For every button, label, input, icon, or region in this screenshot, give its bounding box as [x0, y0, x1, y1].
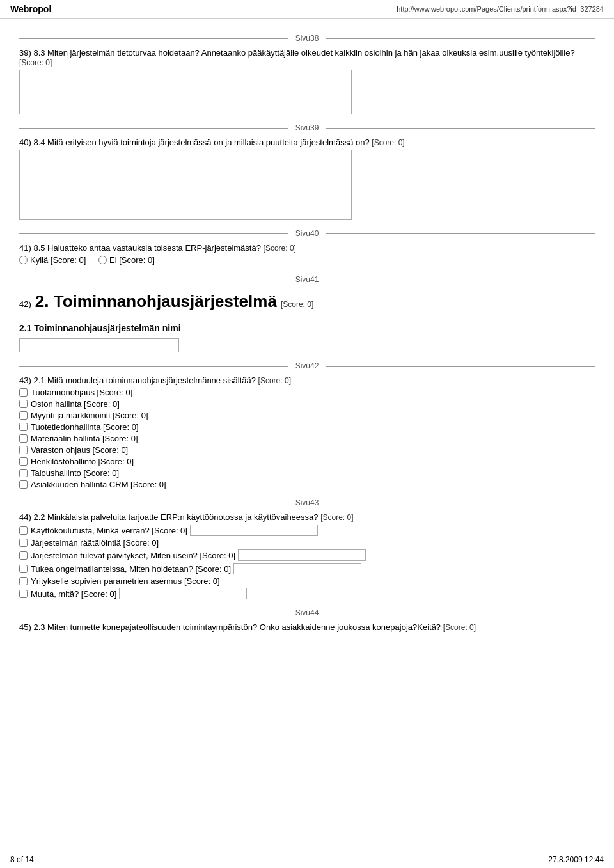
divider-line-right-42: [326, 366, 595, 367]
checkbox-oston-hallinta-label: Oston hallinta [Score: 0]: [31, 399, 120, 409]
question-39-score: [Score: 0]: [19, 58, 52, 67]
checkbox-paivitykset-text[interactable]: [238, 549, 366, 561]
page-label-sivu38: Sivu38: [288, 34, 327, 43]
question-43-score: [Score: 0]: [258, 376, 291, 385]
checkbox-kayttokoulutusta-input[interactable]: [19, 526, 28, 535]
question-43: 43) 2.1 Mitä moduuleja toiminnanohjausjä…: [19, 375, 595, 489]
checkbox-kayttokoulutusta: Käyttökoulutusta, Minkä verran? [Score: …: [19, 525, 595, 536]
checkbox-paivitykset: Järjestelmän tulevat päivitykset, Miten …: [19, 549, 595, 561]
checkbox-kayttokoulutusta-text[interactable]: [190, 525, 318, 536]
checkbox-raatalointi-label: Järjestelmän räätälöintiä [Score: 0]: [31, 538, 159, 548]
divider-sivu43: Sivu43: [19, 498, 595, 507]
checkbox-tuki-input[interactable]: [19, 565, 28, 573]
question-40: 40) 8.4 Mitä erityisen hyviä toimintoja …: [19, 138, 595, 220]
divider-line-right-44: [326, 613, 595, 613]
app-name: Webropol: [10, 4, 51, 14]
divider-line-right-39: [326, 128, 595, 129]
divider-sivu44: Sivu44: [19, 608, 595, 617]
checkbox-tuotetiedonhallinta[interactable]: Tuotetiedonhallinta [Score: 0]: [19, 422, 595, 432]
checkbox-materiaalin-hallinta[interactable]: Materiaalin hallinta [Score: 0]: [19, 434, 595, 443]
question-39: 39) 8.3 Miten järjestelmän tietoturvaa h…: [19, 48, 595, 114]
checkbox-muuta-label: Muuta, mitä? [Score: 0]: [31, 589, 116, 599]
radio-kylla-input[interactable]: [19, 256, 28, 264]
divider-sivu38: Sivu38: [19, 34, 595, 43]
checkbox-tuki-label: Tukea ongelmatilanteissa, Miten hoidetaa…: [31, 564, 231, 574]
divider-line-left-43: [19, 503, 288, 503]
checkbox-henkilostohallinto-label: Henkilöstöhallinto [Score: 0]: [31, 457, 134, 466]
checkbox-taloushallinto-label: Taloushallinto [Score: 0]: [31, 468, 119, 478]
question-42-heading-row: 42) 2. Toiminnanohjausjärjestelmä [Score…: [19, 289, 595, 317]
question-42-prefix: 42): [19, 299, 31, 309]
radio-ei-input[interactable]: [98, 256, 107, 264]
question-44-label: 44) 2.2 Minkälaisia palveluita tarjoatte…: [19, 512, 595, 522]
checkbox-taloushallinto[interactable]: Taloushallinto [Score: 0]: [19, 468, 595, 478]
checkbox-paivitykset-label: Järjestelmän tulevat päivitykset, Miten …: [31, 551, 235, 560]
checkbox-tuotannonohjaus-label: Tuotannonohjaus [Score: 0]: [31, 388, 132, 397]
question-45: 45) 2.3 Miten tunnette konepajateollisuu…: [19, 622, 595, 632]
checkbox-taloushallinto-input[interactable]: [19, 469, 28, 477]
checkbox-muuta: Muuta, mitä? [Score: 0]: [19, 588, 595, 599]
checkbox-tuotannonohjaus[interactable]: Tuotannonohjaus [Score: 0]: [19, 388, 595, 397]
radio-ei[interactable]: Ei [Score: 0]: [98, 255, 155, 265]
checkbox-henkilostohallinto-input[interactable]: [19, 457, 28, 466]
question-43-label: 43) 2.1 Mitä moduuleja toiminnanohjausjä…: [19, 375, 595, 385]
checkbox-myynti[interactable]: Myynti ja markkinointi [Score: 0]: [19, 411, 595, 420]
checkbox-paivitykset-input[interactable]: [19, 551, 28, 560]
question-40-score: [Score: 0]: [372, 138, 404, 147]
checkbox-raatalointi-input[interactable]: [19, 539, 28, 547]
divider-line-left-41: [19, 280, 288, 280]
checkbox-tuki: Tukea ongelmatilanteissa, Miten hoidetaa…: [19, 563, 595, 574]
divider-line-right: [326, 38, 595, 39]
question-39-input[interactable]: [19, 70, 352, 114]
page-label-sivu43: Sivu43: [288, 498, 327, 507]
question-41-score: [Score: 0]: [264, 244, 296, 253]
checkbox-tuotannonohjaus-input[interactable]: [19, 388, 28, 397]
question-41-options: Kyllä [Score: 0] Ei [Score: 0]: [19, 255, 595, 266]
divider-line-left: [19, 38, 288, 39]
main-content: Sivu38 39) 8.3 Miten järjestelmän tietot…: [0, 19, 614, 683]
question-42: 42) 2. Toiminnanohjausjärjestelmä [Score…: [19, 289, 595, 352]
checkbox-myynti-input[interactable]: [19, 411, 28, 420]
question-41: 41) 8.5 Haluatteko antaa vastauksia tois…: [19, 243, 595, 266]
divider-sivu42: Sivu42: [19, 361, 595, 370]
question-39-number: 39) 8.3 Miten järjestelmän tietoturvaa h…: [19, 48, 575, 67]
radio-kylla[interactable]: Kyllä [Score: 0]: [19, 255, 86, 265]
checkbox-varaston-ohjaus-input[interactable]: [19, 446, 28, 454]
checkbox-parametrien-asennus-input[interactable]: [19, 577, 28, 585]
checkbox-raatalointi: Järjestelmän räätälöintiä [Score: 0]: [19, 538, 595, 548]
checkbox-myynti-label: Myynti ja markkinointi [Score: 0]: [31, 411, 148, 420]
page-label-sivu39: Sivu39: [288, 123, 327, 132]
page-label-sivu44: Sivu44: [288, 608, 327, 617]
divider-line-right-43: [326, 503, 595, 503]
checkbox-tuotetiedonhallinta-input[interactable]: [19, 423, 28, 431]
checkbox-varaston-ohjaus[interactable]: Varaston ohjaus [Score: 0]: [19, 445, 595, 455]
question-44-options: Käyttökoulutusta, Minkä verran? [Score: …: [19, 525, 595, 599]
question-45-label: 45) 2.3 Miten tunnette konepajateollisuu…: [19, 622, 595, 632]
checkbox-asiakkuuden-hallinta-label: Asiakkuuden hallinta CRM [Score: 0]: [31, 480, 166, 489]
checkbox-oston-hallinta-input[interactable]: [19, 400, 28, 408]
checkbox-oston-hallinta[interactable]: Oston hallinta [Score: 0]: [19, 399, 595, 409]
question-40-label: 40) 8.4 Mitä erityisen hyviä toimintoja …: [19, 138, 595, 147]
page-label-sivu40: Sivu40: [288, 229, 327, 238]
checkbox-asiakkuuden-hallinta[interactable]: Asiakkuuden hallinta CRM [Score: 0]: [19, 480, 595, 489]
radio-ei-label: Ei [Score: 0]: [109, 255, 155, 265]
question-45-score: [Score: 0]: [443, 623, 476, 632]
page-label-sivu41: Sivu41: [288, 275, 327, 284]
question-42-input[interactable]: [19, 338, 179, 352]
checkbox-muuta-text[interactable]: [119, 588, 247, 599]
checkbox-henkilostohallinto[interactable]: Henkilöstöhallinto [Score: 0]: [19, 457, 595, 466]
divider-sivu39: Sivu39: [19, 123, 595, 132]
checkbox-tuki-text[interactable]: [233, 563, 361, 574]
checkbox-muuta-input[interactable]: [19, 590, 28, 598]
divider-line-left-42: [19, 366, 288, 367]
checkbox-materiaalin-hallinta-input[interactable]: [19, 434, 28, 443]
checkbox-asiakkuuden-hallinta-input[interactable]: [19, 480, 28, 489]
question-40-input[interactable]: [19, 150, 352, 220]
divider-line-right-40: [326, 233, 595, 234]
checkbox-kayttokoulutusta-label: Käyttökoulutusta, Minkä verran? [Score: …: [31, 526, 187, 535]
page-label-sivu42: Sivu42: [288, 361, 327, 370]
question-42-score: [Score: 0]: [281, 300, 313, 309]
checkbox-parametrien-asennus-label: Yritykselle sopivien parametrien asennus…: [31, 576, 220, 586]
divider-line-left-40: [19, 233, 288, 234]
question-41-label: 41) 8.5 Haluatteko antaa vastauksia tois…: [19, 243, 595, 253]
